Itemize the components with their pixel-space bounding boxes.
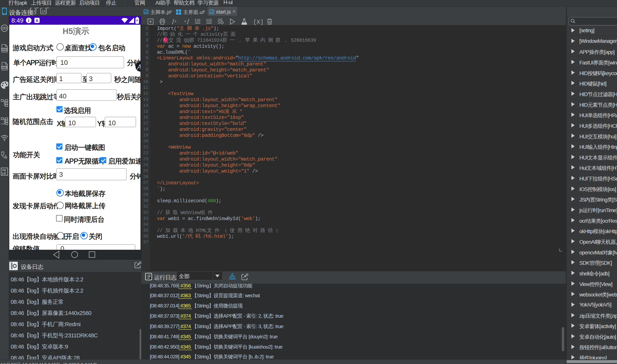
svg-text:Js: Js	[210, 11, 213, 14]
svg-text:XML: XML	[1, 66, 7, 69]
svg-text:*: *	[184, 20, 186, 25]
svg-text:YO: YO	[2, 169, 6, 172]
svg-text:2X: 2X	[41, 10, 46, 13]
svg-text:1X: 1X	[31, 10, 36, 13]
svg-text:Js: Js	[144, 11, 148, 14]
svg-text:APK: APK	[1, 48, 7, 51]
svg-text:HID: HID	[1, 123, 4, 125]
svg-text:*: *	[174, 20, 177, 25]
svg-text:LO: LO	[2, 172, 6, 175]
